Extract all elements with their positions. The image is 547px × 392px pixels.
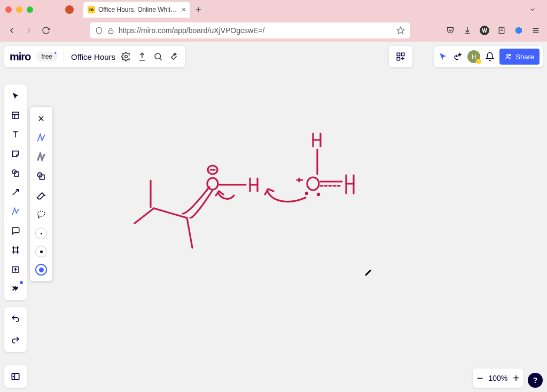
- notifications-icon[interactable]: [485, 51, 495, 62]
- more-tools[interactable]: [7, 280, 24, 297]
- sticky-tool[interactable]: [7, 145, 24, 162]
- zoom-in-button[interactable]: +: [513, 372, 519, 385]
- svg-point-13: [125, 56, 128, 58]
- eraser-icon[interactable]: [35, 189, 48, 202]
- tab-bar: m Office Hours, Online Whiteboard × +: [0, 0, 547, 19]
- zoom-controls: − 100% +: [473, 369, 523, 388]
- close-submenu-icon[interactable]: [35, 112, 48, 125]
- svg-point-42: [13, 377, 13, 377]
- bookmark-star-icon[interactable]: [396, 26, 405, 35]
- undo-button[interactable]: [7, 310, 24, 327]
- templates-tool[interactable]: [7, 107, 24, 124]
- user-avatar[interactable]: H: [467, 50, 480, 63]
- text-tool[interactable]: [7, 126, 24, 143]
- browser-chrome: m Office Hours, Online Whiteboard × + ht…: [0, 0, 547, 42]
- pen-thin-icon[interactable]: [35, 131, 48, 144]
- search-icon[interactable]: [153, 51, 163, 62]
- lock-icon: [107, 27, 114, 34]
- svg-point-10: [307, 177, 319, 190]
- svg-rect-16: [397, 53, 400, 56]
- new-tab-button[interactable]: +: [196, 4, 201, 15]
- undo-panel: [4, 307, 27, 352]
- apps-icon: [396, 52, 405, 61]
- shield-icon: [95, 27, 103, 35]
- svg-point-8: [207, 178, 218, 190]
- minimize-window[interactable]: [16, 6, 22, 13]
- miro-favicon-icon: m: [88, 6, 95, 13]
- reload-button[interactable]: [41, 25, 51, 36]
- maximize-window[interactable]: [27, 6, 33, 13]
- svg-point-39: [37, 211, 44, 216]
- panel-icon: [10, 371, 21, 382]
- apps-button[interactable]: [389, 46, 412, 67]
- export-icon[interactable]: [137, 51, 147, 62]
- browser-right-icons: W: [446, 26, 541, 35]
- svg-line-15: [160, 58, 162, 60]
- pen-tool[interactable]: [7, 203, 24, 220]
- people-icon: [505, 53, 512, 60]
- highlighter-icon[interactable]: [35, 151, 48, 163]
- firefox-icon[interactable]: [65, 5, 74, 14]
- pen-submenu: [30, 107, 52, 281]
- tab-title: Office Hours, Online Whiteboard: [98, 6, 178, 13]
- downloads-icon[interactable]: [463, 26, 472, 35]
- comment-tool[interactable]: [7, 222, 24, 239]
- upload-tool[interactable]: [7, 261, 24, 278]
- minimap-toggle[interactable]: [4, 365, 27, 388]
- window-controls[interactable]: [5, 6, 33, 13]
- menu-icon[interactable]: [531, 26, 541, 35]
- reactions-icon[interactable]: [452, 51, 463, 62]
- browser-tab[interactable]: m Office Hours, Online Whiteboard ×: [83, 2, 190, 18]
- canvas[interactable]: [0, 42, 547, 392]
- thickness-s[interactable]: [35, 228, 47, 239]
- svg-marker-1: [397, 27, 404, 34]
- share-button[interactable]: Share: [499, 49, 540, 65]
- svg-rect-0: [108, 30, 113, 33]
- close-tab-icon[interactable]: ×: [182, 5, 186, 14]
- redo-button[interactable]: [7, 332, 24, 349]
- url-text: https://miro.com/app/board/uXjVPOgcswE=/: [119, 26, 265, 35]
- extension-cube-icon[interactable]: [514, 26, 523, 35]
- help-button[interactable]: ?: [528, 373, 543, 388]
- tabs-dropdown-icon[interactable]: [529, 6, 536, 13]
- collab-bar: H Share: [434, 46, 543, 67]
- svg-point-14: [155, 53, 161, 59]
- cursor-follow-icon[interactable]: [437, 51, 448, 62]
- svg-rect-17: [402, 53, 404, 56]
- settings-icon[interactable]: [121, 51, 131, 62]
- miro-app: miro free Office Hours H Share: [0, 42, 547, 392]
- miro-logo[interactable]: miro: [10, 51, 30, 63]
- forward-button[interactable]: [24, 25, 34, 36]
- shape-tool[interactable]: [7, 164, 24, 182]
- address-bar-row: https://miro.com/app/board/uXjVPOgcswE=/…: [0, 19, 547, 42]
- svg-point-11: [306, 192, 307, 194]
- plan-badge[interactable]: free: [36, 52, 58, 61]
- pocket-icon[interactable]: [446, 26, 455, 35]
- thickness-m[interactable]: [35, 246, 47, 257]
- svg-point-12: [317, 193, 319, 195]
- svg-point-9: [208, 166, 217, 174]
- back-button[interactable]: [6, 25, 17, 36]
- smart-shape-icon[interactable]: [35, 170, 48, 183]
- extension-w-icon[interactable]: W: [480, 26, 489, 35]
- main-toolbar: [4, 84, 27, 300]
- pen-cursor-icon: [364, 270, 377, 282]
- thickness-l[interactable]: [35, 264, 47, 276]
- magic-icon[interactable]: [169, 51, 179, 62]
- svg-point-19: [507, 54, 509, 57]
- close-window[interactable]: [5, 6, 12, 13]
- zoom-level[interactable]: 100%: [489, 374, 508, 382]
- freehand-drawing: [0, 42, 547, 392]
- share-label: Share: [515, 53, 534, 61]
- frame-tool[interactable]: [7, 241, 24, 258]
- zoom-out-button[interactable]: −: [477, 372, 483, 385]
- url-box[interactable]: https://miro.com/app/board/uXjVPOgcswE=/: [90, 22, 410, 38]
- app-header: miro free Office Hours: [4, 46, 185, 67]
- lasso-icon[interactable]: [35, 208, 48, 221]
- board-name[interactable]: Office Hours: [71, 52, 115, 61]
- svg-point-20: [510, 54, 511, 56]
- select-tool[interactable]: [7, 88, 24, 105]
- reader-icon[interactable]: [497, 26, 506, 35]
- line-tool[interactable]: [7, 184, 24, 201]
- svg-rect-18: [397, 58, 400, 60]
